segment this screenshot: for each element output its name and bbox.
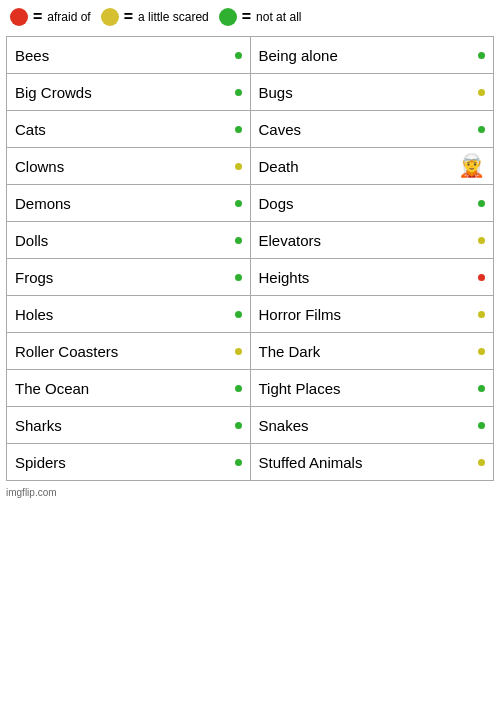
table-row: Roller CoastersThe Dark — [7, 333, 493, 370]
table-row: DemonsDogs — [7, 185, 493, 222]
dot-indicator — [235, 200, 242, 207]
dot-indicator — [235, 126, 242, 133]
cell-label: Heights — [259, 269, 475, 286]
cell-label: Sharks — [15, 417, 231, 434]
cell-label: Dogs — [259, 195, 475, 212]
dot-indicator — [478, 237, 485, 244]
cell-right-6: Heights — [251, 259, 494, 295]
cell-label: Frogs — [15, 269, 231, 286]
cell-right-2: Caves — [251, 111, 494, 147]
legend-afraid: = afraid of — [10, 8, 91, 26]
red-circle — [10, 8, 28, 26]
dot-indicator — [235, 237, 242, 244]
cell-label: Stuffed Animals — [259, 454, 475, 471]
cell-left-3: Clowns — [7, 148, 251, 184]
cell-label: Bugs — [259, 84, 475, 101]
dot-indicator — [235, 89, 242, 96]
cell-label: Cats — [15, 121, 231, 138]
legend-scared-label: a little scared — [138, 10, 209, 24]
cell-label: Big Crowds — [15, 84, 231, 101]
cell-left-7: Holes — [7, 296, 251, 332]
cell-left-9: The Ocean — [7, 370, 251, 406]
table-row: Big CrowdsBugs — [7, 74, 493, 111]
cell-left-10: Sharks — [7, 407, 251, 443]
cell-label: Tight Places — [259, 380, 475, 397]
footer: imgflip.com — [0, 485, 500, 500]
dot-indicator — [235, 311, 242, 318]
table-row: DollsElevators — [7, 222, 493, 259]
cell-label: Elevators — [259, 232, 475, 249]
legend-not: = not at all — [219, 8, 302, 26]
cell-right-9: Tight Places — [251, 370, 494, 406]
dot-indicator — [235, 422, 242, 429]
cell-right-1: Bugs — [251, 74, 494, 110]
cell-label: Snakes — [259, 417, 475, 434]
table-row: SharksSnakes — [7, 407, 493, 444]
cell-label: Dolls — [15, 232, 231, 249]
yellow-circle — [101, 8, 119, 26]
dot-indicator — [478, 459, 485, 466]
legend-not-label: not at all — [256, 10, 301, 24]
legend: = afraid of = a little scared = not at a… — [0, 0, 500, 32]
dot-indicator — [478, 385, 485, 392]
cell-label: Demons — [15, 195, 231, 212]
dot-indicator — [235, 385, 242, 392]
cell-left-1: Big Crowds — [7, 74, 251, 110]
cell-left-0: Bees — [7, 37, 251, 73]
cell-right-3: Death🧝 — [251, 148, 494, 184]
dot-indicator — [235, 163, 242, 170]
cell-left-5: Dolls — [7, 222, 251, 258]
fears-table: BeesBeing aloneBig CrowdsBugsCatsCavesCl… — [6, 36, 494, 481]
cell-label: Holes — [15, 306, 231, 323]
dot-indicator — [478, 311, 485, 318]
table-row: CatsCaves — [7, 111, 493, 148]
table-row: FrogsHeights — [7, 259, 493, 296]
cell-label: Roller Coasters — [15, 343, 231, 360]
cell-left-2: Cats — [7, 111, 251, 147]
cell-label: Caves — [259, 121, 475, 138]
table-row: The OceanTight Places — [7, 370, 493, 407]
table-row: BeesBeing alone — [7, 37, 493, 74]
cell-left-4: Demons — [7, 185, 251, 221]
dot-indicator — [478, 126, 485, 133]
cell-right-0: Being alone — [251, 37, 494, 73]
dot-indicator — [235, 274, 242, 281]
dot-indicator — [478, 274, 485, 281]
cell-label: Death — [259, 158, 455, 175]
character-emoji: 🧝 — [458, 153, 485, 179]
table-row: HolesHorror Films — [7, 296, 493, 333]
cell-right-8: The Dark — [251, 333, 494, 369]
dot-indicator — [478, 52, 485, 59]
cell-left-8: Roller Coasters — [7, 333, 251, 369]
cell-label: Horror Films — [259, 306, 475, 323]
cell-right-7: Horror Films — [251, 296, 494, 332]
cell-label: Being alone — [259, 47, 475, 64]
legend-scared: = a little scared — [101, 8, 209, 26]
cell-label: Clowns — [15, 158, 231, 175]
dot-indicator — [478, 422, 485, 429]
dot-indicator — [478, 348, 485, 355]
cell-right-5: Elevators — [251, 222, 494, 258]
legend-afraid-label: afraid of — [47, 10, 90, 24]
dot-indicator — [235, 459, 242, 466]
cell-left-6: Frogs — [7, 259, 251, 295]
cell-label: The Ocean — [15, 380, 231, 397]
cell-right-11: Stuffed Animals — [251, 444, 494, 480]
dot-indicator — [235, 348, 242, 355]
green-circle — [219, 8, 237, 26]
cell-left-11: Spiders — [7, 444, 251, 480]
cell-label: The Dark — [259, 343, 475, 360]
table-row: ClownsDeath🧝 — [7, 148, 493, 185]
dot-indicator — [235, 52, 242, 59]
dot-indicator — [478, 89, 485, 96]
table-row: SpidersStuffed Animals — [7, 444, 493, 480]
cell-right-4: Dogs — [251, 185, 494, 221]
cell-label: Bees — [15, 47, 231, 64]
dot-indicator — [478, 200, 485, 207]
cell-right-10: Snakes — [251, 407, 494, 443]
cell-label: Spiders — [15, 454, 231, 471]
